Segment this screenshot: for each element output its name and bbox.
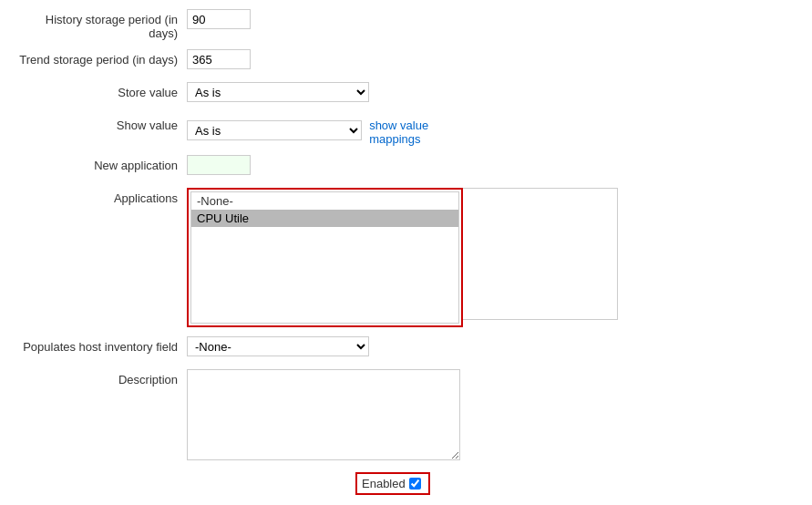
populates-select[interactable]: -None-: [187, 336, 369, 356]
trend-storage-input[interactable]: 365: [187, 49, 251, 69]
store-value-label: Store value: [18, 82, 187, 99]
trend-storage-label: Trend storage period (in days): [18, 49, 187, 67]
show-value-label: Show value: [18, 115, 187, 132]
enabled-label: Enabled: [362, 477, 406, 490]
history-storage-control: 90: [187, 9, 478, 29]
list-item[interactable]: CPU Utile: [191, 210, 458, 227]
enabled-wrapper-border: Enabled: [355, 472, 430, 495]
store-value-control: As is Delta (speed) Delta (simple): [187, 82, 478, 102]
history-storage-input[interactable]: 90: [187, 9, 251, 29]
show-value-select[interactable]: As is Delta (speed) Delta (simple): [187, 120, 362, 140]
description-row: Description: [18, 369, 794, 463]
description-control: [187, 369, 478, 463]
populates-control: -None-: [187, 336, 478, 356]
populates-label: Populates host inventory field: [18, 336, 187, 354]
show-value-mappings-link[interactable]: show value mappings: [369, 115, 478, 146]
store-value-select[interactable]: As is Delta (speed) Delta (simple): [187, 82, 369, 102]
store-value-row: Store value As is Delta (speed) Delta (s…: [18, 82, 794, 106]
trend-storage-row: Trend storage period (in days) 365: [18, 49, 794, 73]
description-label: Description: [18, 369, 187, 386]
applications-control: -None- CPU Utile: [187, 188, 618, 327]
applications-row: Applications -None- CPU Utile: [18, 188, 794, 327]
description-textarea[interactable]: [187, 369, 460, 460]
show-value-row: Show value As is Delta (speed) Delta (si…: [18, 115, 794, 146]
new-application-control: [187, 155, 478, 175]
applications-extra-area: [463, 188, 618, 320]
applications-label: Applications: [18, 188, 187, 205]
new-application-row: New application: [18, 155, 794, 179]
new-application-input[interactable]: [187, 155, 251, 175]
applications-listbox[interactable]: -None- CPU Utile: [190, 191, 459, 324]
history-storage-row: History storage period (in days) 90: [18, 9, 794, 40]
history-storage-label: History storage period (in days): [18, 9, 187, 40]
show-value-control: As is Delta (speed) Delta (simple) show …: [187, 115, 478, 146]
enabled-row: Enabled: [18, 472, 794, 496]
applications-box-border: -None- CPU Utile: [187, 188, 463, 327]
enabled-checkbox[interactable]: [409, 478, 421, 490]
populates-row: Populates host inventory field -None-: [18, 336, 794, 360]
list-item[interactable]: -None-: [191, 192, 458, 210]
trend-storage-control: 365: [187, 49, 478, 69]
new-application-label: New application: [18, 155, 187, 172]
form-container: History storage period (in days) 90 Tren…: [0, 0, 812, 505]
